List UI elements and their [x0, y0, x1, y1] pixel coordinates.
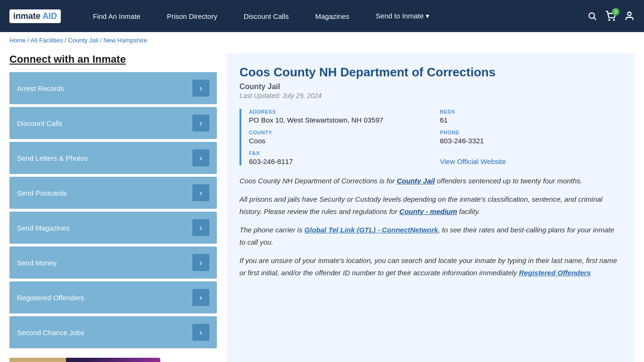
- registered-offenders-link[interactable]: Registered Offenders: [519, 269, 591, 277]
- svg-point-4: [627, 12, 631, 16]
- chevron-right-icon: ›: [192, 80, 209, 97]
- sidebar-item-label: Discount Calls: [17, 119, 62, 127]
- fax-value: 603-246-8117: [249, 157, 430, 165]
- address-value: PO Box 10, West Stewartstown, NH 03597: [249, 116, 430, 124]
- desc-paragraph-4: If you are unsure of your inmate's locat…: [239, 255, 621, 279]
- breadcrumb-home[interactable]: Home: [9, 37, 26, 44]
- sidebar-item-send-money[interactable]: Send Money ›: [9, 247, 217, 279]
- sidebar-item-label: Send Letters & Photos: [17, 154, 88, 162]
- address-group: ADDRESS PO Box 10, West Stewartstown, NH…: [249, 109, 430, 124]
- website-link[interactable]: View Official Website: [440, 157, 506, 165]
- desc-paragraph-3: The phone carrier is Global Tel Link (GT…: [239, 224, 621, 248]
- county-medium-link[interactable]: County - medium: [399, 207, 457, 215]
- chevron-right-icon: ›: [192, 149, 209, 166]
- phone-group: PHONE 603-246-3321: [440, 130, 621, 145]
- gtl-link[interactable]: Global Tel Link (GTL) - ConnectNetwork: [305, 226, 438, 234]
- svg-point-2: [609, 19, 610, 20]
- cart-button[interactable]: 0: [605, 11, 616, 21]
- ad-image: 👩: [9, 358, 66, 362]
- sidebar-item-send-postcards[interactable]: Send Postcards ›: [9, 177, 217, 209]
- svg-point-0: [589, 13, 594, 18]
- county-jail-link-1[interactable]: County Jail: [396, 177, 435, 185]
- breadcrumb-new-hampshire[interactable]: New Hampshire: [103, 37, 147, 44]
- sidebar-item-arrest-records[interactable]: Arrest Records ›: [9, 72, 217, 104]
- svg-point-3: [613, 19, 614, 20]
- county-label: COUNTY: [249, 130, 430, 135]
- user-button[interactable]: [624, 11, 635, 21]
- sidebar: Connect with an Inmate Arrest Records › …: [9, 53, 217, 362]
- county-value: Coos: [249, 137, 430, 145]
- navbar: inmateAID Find An Inmate Prison Director…: [0, 0, 644, 32]
- sidebar-item-label: Arrest Records: [17, 84, 64, 92]
- fax-label: FAX: [249, 150, 430, 156]
- desc-paragraph-1: Coos County NH Department of Corrections…: [239, 175, 621, 187]
- search-icon: [587, 11, 597, 21]
- beds-group: BEDS 61: [440, 109, 621, 124]
- county-group: COUNTY Coos: [249, 130, 430, 145]
- sidebar-item-label: Send Magazines: [17, 224, 70, 232]
- nav-discount-calls[interactable]: Discount Calls: [231, 0, 302, 32]
- advertisement: 👩 Us Latest Celebrity News, Pictures & E…: [9, 358, 160, 362]
- cart-badge: 0: [612, 8, 619, 16]
- nav-prison-directory[interactable]: Prison Directory: [154, 0, 231, 32]
- facility-name: Coos County NH Department of Corrections: [239, 65, 621, 81]
- breadcrumb-county-jail[interactable]: County Jail: [68, 37, 98, 44]
- nav-magazines[interactable]: Magazines: [302, 0, 363, 32]
- facility-type: County Jail: [239, 82, 621, 91]
- nav-icons: 0: [587, 11, 635, 21]
- logo[interactable]: inmateAID: [9, 9, 61, 23]
- sidebar-item-label: Send Money: [17, 259, 57, 267]
- chevron-right-icon: ›: [192, 115, 209, 132]
- website-group: View Official Website: [440, 150, 621, 165]
- breadcrumb-all-facilities[interactable]: All Facilities: [31, 37, 63, 44]
- sidebar-item-second-chance-jobs[interactable]: Second Chance Jobs ›: [9, 316, 217, 348]
- facility-card: Coos County NH Department of Corrections…: [226, 53, 635, 362]
- search-button[interactable]: [587, 11, 597, 21]
- chevron-right-icon: ›: [192, 219, 209, 236]
- main-content: Connect with an Inmate Arrest Records › …: [0, 49, 644, 362]
- chevron-right-icon: ›: [192, 254, 209, 271]
- sidebar-item-label: Send Postcards: [17, 189, 67, 197]
- phone-value: 603-246-3321: [440, 137, 621, 145]
- user-icon: [624, 11, 635, 21]
- address-label: ADDRESS: [249, 109, 430, 115]
- sidebar-item-label: Registered Offenders: [17, 294, 84, 302]
- nav-send-to-inmate[interactable]: Send to Inmate ▾: [363, 0, 443, 32]
- sidebar-menu: Arrest Records › Discount Calls › Send L…: [9, 72, 217, 348]
- logo-aid-text: AID: [42, 11, 57, 21]
- sidebar-item-registered-offenders[interactable]: Registered Offenders ›: [9, 281, 217, 313]
- chevron-right-icon: ›: [192, 289, 209, 306]
- facility-details: ADDRESS PO Box 10, West Stewartstown, NH…: [239, 109, 621, 165]
- sidebar-title: Connect with an Inmate: [9, 53, 217, 66]
- facility-last-updated: Last Updated: July 29, 2024: [239, 92, 621, 99]
- sidebar-item-send-magazines[interactable]: Send Magazines ›: [9, 212, 217, 244]
- beds-value: 61: [440, 116, 621, 124]
- svg-line-1: [594, 18, 596, 20]
- fax-group: FAX 603-246-8117: [249, 150, 430, 165]
- desc-paragraph-2: All prisons and jails have Security or C…: [239, 193, 621, 217]
- facility-description: Coos County NH Department of Corrections…: [239, 175, 621, 279]
- beds-label: BEDS: [440, 109, 621, 115]
- phone-label: PHONE: [440, 130, 621, 135]
- chevron-right-icon: ›: [192, 184, 209, 201]
- nav-links: Find An Inmate Prison Directory Discount…: [80, 0, 587, 32]
- sidebar-item-label: Second Chance Jobs: [17, 329, 84, 337]
- breadcrumb: Home / All Facilities / County Jail / Ne…: [0, 32, 644, 49]
- sidebar-item-discount-calls[interactable]: Discount Calls ›: [9, 107, 217, 139]
- nav-find-inmate[interactable]: Find An Inmate: [80, 0, 154, 32]
- sidebar-item-send-letters[interactable]: Send Letters & Photos ›: [9, 142, 217, 174]
- chevron-right-icon: ›: [192, 324, 209, 341]
- ad-text: Us Latest Celebrity News, Pictures & Ent…: [66, 358, 160, 362]
- logo-inmate-text: inmate: [13, 11, 41, 21]
